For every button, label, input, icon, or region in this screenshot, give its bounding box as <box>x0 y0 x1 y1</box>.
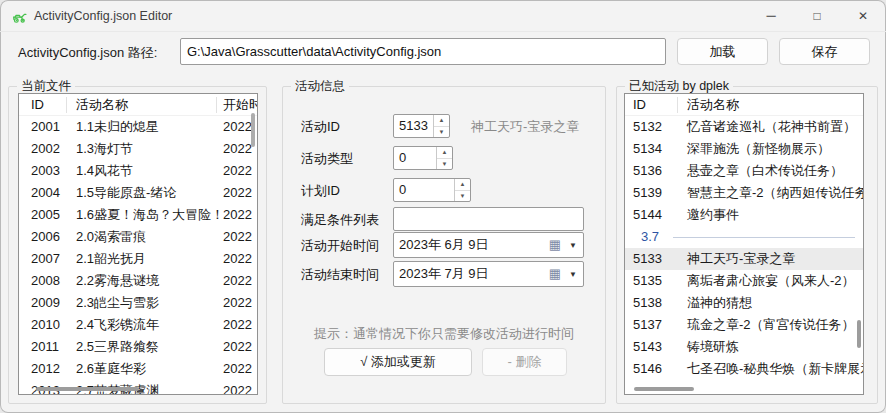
cell-id: 5137 <box>633 314 662 336</box>
known-activities-table-header[interactable]: ID活动名称 <box>625 94 863 116</box>
table-row[interactable]: 5132忆音诸途巡礼（花神书前置） <box>625 116 863 138</box>
cell-id: 2006 <box>31 226 60 248</box>
table-row[interactable]: 5146七圣召唤-秘典华焕（新卡牌展示页） <box>625 358 863 380</box>
delete-button: - 删除 <box>482 348 567 376</box>
cell-id: 2008 <box>31 270 60 292</box>
cell-id: 2009 <box>31 292 60 314</box>
dropdown-arrow-icon[interactable]: ▼ <box>569 270 577 279</box>
cell-name: 1.6盛夏！海岛？大冒险！ <box>76 204 224 226</box>
cell-name: 2.5三界路飨祭 <box>76 336 159 358</box>
cell-name: 1.3海灯节 <box>76 138 133 160</box>
table-row[interactable]: 20102.4飞彩镌流年2022 <box>19 314 257 336</box>
hint-text: 提示：通常情况下你只需要修改活动进行时间 <box>283 325 605 343</box>
activity-type-label: 活动类型 <box>301 150 353 168</box>
cell-name: 邀约事件 <box>687 204 739 226</box>
horizontal-scrollbar[interactable] <box>634 387 694 391</box>
vertical-scrollbar[interactable] <box>251 113 255 147</box>
table-row[interactable]: 5137琉金之章-2（宵宫传说任务） <box>625 314 863 336</box>
table-row[interactable]: 5136悬壶之章（白术传说任务） <box>625 160 863 182</box>
cell-id: 2002 <box>31 138 60 160</box>
activity-id-value: 5133 <box>399 115 428 137</box>
cell-start: 2022 <box>223 270 252 292</box>
dropdown-arrow-icon[interactable]: ▼ <box>569 241 577 250</box>
table-row[interactable]: 5143铸境研炼 <box>625 336 863 358</box>
cell-id: 5143 <box>633 336 662 358</box>
table-row[interactable]: 20031.4风花节2022 <box>19 160 257 182</box>
cell-name: 智慧主之章-2（纳西妲传说任务） <box>687 182 864 204</box>
condition-list-input[interactable] <box>393 207 584 231</box>
activity-info-group-title: 活动信息 <box>291 78 349 95</box>
cell-id: 5136 <box>633 160 662 182</box>
path-label: ActivityConfig.json 路径: <box>18 44 157 62</box>
known-activities-table-body: 5132忆音诸途巡礼（花神书前置）5134深罪施洗（新怪物展示）5136悬壶之章… <box>625 116 863 394</box>
cell-name: 神工天巧-宝录之章 <box>687 248 795 270</box>
minimize-button[interactable]: ─ <box>748 0 794 32</box>
column-header[interactable]: 活动名称 <box>76 94 128 116</box>
end-time-picker[interactable]: 2023年 7月 9日 ▦ ▼ <box>393 261 584 287</box>
spin-up-icon[interactable]: ▲ <box>434 115 449 126</box>
cell-id: 5146 <box>633 358 662 380</box>
path-input[interactable] <box>180 38 666 65</box>
table-row[interactable]: 5138溢神的猜想 <box>625 292 863 314</box>
cell-id: 2001 <box>31 116 60 138</box>
activity-type-spinner[interactable]: 0 ▲ ▼ <box>393 146 453 170</box>
current-file-table-header[interactable]: ID活动名称开始时间 <box>19 94 257 116</box>
schedule-id-value: 0 <box>399 179 406 201</box>
table-row[interactable]: 5135离垢者肃心旅宴（风来人-2） <box>625 270 863 292</box>
cell-start: 2022 <box>223 226 252 248</box>
start-time-picker[interactable]: 2023年 6月 9日 ▦ ▼ <box>393 232 584 258</box>
cell-start: 2022 <box>223 160 252 182</box>
table-row[interactable]: 20051.6盛夏！海岛？大冒险！2022 <box>19 204 257 226</box>
load-button[interactable]: 加载 <box>677 38 768 65</box>
vertical-scrollbar[interactable] <box>857 320 861 348</box>
table-row[interactable]: 20062.0渴索雷痕2022 <box>19 226 257 248</box>
table-row[interactable]: 20072.1韶光抚月2022 <box>19 248 257 270</box>
column-header[interactable]: ID <box>633 94 646 116</box>
schedule-id-spinner[interactable]: 0 ▲ ▼ <box>393 178 471 202</box>
table-row[interactable]: 5133神工天巧-宝录之章 <box>625 248 863 270</box>
version-divider-label: 3.7 <box>641 226 659 248</box>
table-row[interactable]: 20112.5三界路飨祭2022 <box>19 336 257 358</box>
column-header[interactable]: 活动名称 <box>687 94 739 116</box>
spin-down-icon[interactable]: ▼ <box>437 158 452 169</box>
calendar-icon[interactable]: ▦ <box>549 267 561 280</box>
current-file-table-body: 20011.1未归的熄星202220021.3海灯节202220031.4风花节… <box>19 116 257 394</box>
table-row[interactable]: 20092.3皑尘与雪影2022 <box>19 292 257 314</box>
app-window: ActivityConfig.json Editor ─ □ ✕ Activit… <box>0 0 886 413</box>
table-row[interactable]: 5134深罪施洗（新怪物展示） <box>625 138 863 160</box>
cell-name: 2.1韶光抚月 <box>76 248 146 270</box>
cell-start: 2022 <box>223 182 252 204</box>
cell-name: 2.3皑尘与雪影 <box>76 292 159 314</box>
grasscutter-logo-icon <box>11 8 28 25</box>
table-row[interactable]: 20041.5导能原盘-绪论2022 <box>19 182 257 204</box>
cell-id: 5134 <box>633 138 662 160</box>
spin-up-icon[interactable]: ▲ <box>437 147 452 158</box>
cell-id: 5133 <box>633 248 662 270</box>
start-time-label: 活动开始时间 <box>301 237 379 255</box>
cell-name: 离垢者肃心旅宴（风来人-2） <box>687 270 855 292</box>
activity-id-note: 神工天巧-宝录之章 <box>471 118 579 136</box>
close-button[interactable]: ✕ <box>840 0 886 32</box>
cell-name: 琉金之章-2（宵宫传说任务） <box>687 314 855 336</box>
table-row[interactable]: 20021.3海灯节2022 <box>19 138 257 160</box>
add-or-update-button[interactable]: √ 添加或更新 <box>324 348 472 376</box>
table-row[interactable]: 5139智慧主之章-2（纳西妲传说任务） <box>625 182 863 204</box>
cell-start: 2022 <box>223 204 252 226</box>
table-row[interactable]: 20011.1未归的熄星2022 <box>19 116 257 138</box>
table-row[interactable]: 5144邀约事件 <box>625 204 863 226</box>
spin-down-icon[interactable]: ▼ <box>455 190 470 201</box>
maximize-button[interactable]: □ <box>794 0 840 32</box>
horizontal-scrollbar[interactable] <box>36 387 139 391</box>
cell-start: 2022 <box>223 292 252 314</box>
end-time-label: 活动结束时间 <box>301 266 379 284</box>
column-header[interactable]: ID <box>31 94 44 116</box>
save-button[interactable]: 保存 <box>779 38 870 65</box>
column-separator <box>66 97 67 113</box>
spin-down-icon[interactable]: ▼ <box>434 126 449 137</box>
titlebar: ActivityConfig.json Editor ─ □ ✕ <box>0 0 886 32</box>
calendar-icon[interactable]: ▦ <box>549 238 561 251</box>
table-row[interactable]: 20082.2雾海悬谜境2022 <box>19 270 257 292</box>
table-row[interactable]: 20122.6堇庭华彩2022 <box>19 358 257 380</box>
spin-up-icon[interactable]: ▲ <box>455 179 470 190</box>
activity-id-spinner[interactable]: 5133 ▲ ▼ <box>393 114 450 138</box>
